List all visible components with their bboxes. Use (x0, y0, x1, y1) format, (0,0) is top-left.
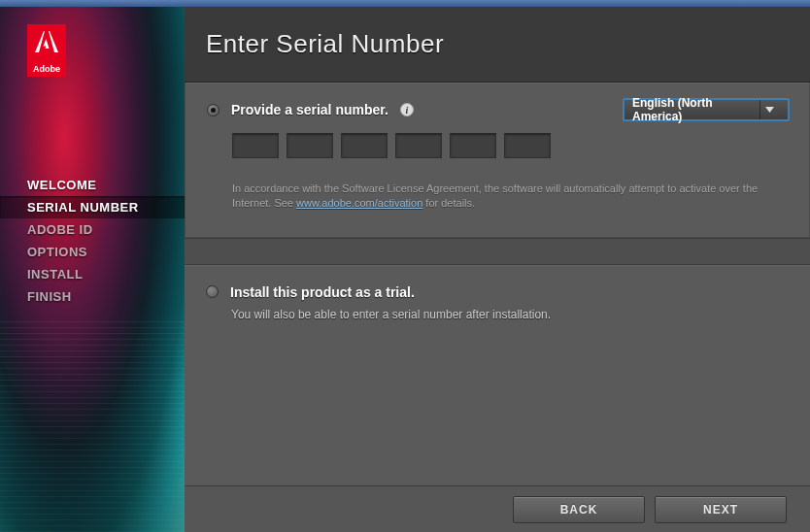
activation-link[interactable]: www.adobe.com/activation (296, 197, 422, 209)
back-button[interactable]: BACK (513, 496, 645, 523)
activation-notice: In accordance with the Software License … (207, 182, 788, 212)
nav-item-options: OPTIONS (0, 241, 185, 263)
nav-item-serial-number[interactable]: SERIAL NUMBER (0, 196, 185, 218)
trial-option-label: Install this product as a trial. (230, 284, 415, 300)
serial-field-5[interactable] (450, 133, 496, 158)
adobe-a-icon (35, 31, 58, 52)
main-panel: Enter Serial Number Provide a serial num… (185, 7, 810, 532)
installer-window: Adobe WELCOME SERIAL NUMBER ADOBE ID OPT… (0, 7, 810, 532)
nav-item-install: INSTALL (0, 263, 185, 285)
sidebar: Adobe WELCOME SERIAL NUMBER ADOBE ID OPT… (0, 7, 185, 532)
section-trial: Install this product as a trial. You wil… (185, 265, 810, 485)
serial-field-2[interactable] (287, 133, 333, 158)
serial-field-3[interactable] (341, 133, 388, 158)
page-title: Enter Serial Number (206, 29, 444, 59)
serial-field-1[interactable] (232, 133, 279, 158)
serial-option-label: Provide a serial number. (231, 102, 388, 117)
notice-text-post: for details. (422, 197, 475, 209)
serial-input-group (232, 133, 788, 158)
section-provide-serial: Provide a serial number. English (North … (185, 83, 810, 238)
section-divider (185, 238, 810, 265)
radio-provide-serial[interactable] (207, 104, 219, 116)
step-nav: WELCOME SERIAL NUMBER ADOBE ID OPTIONS I… (0, 174, 185, 308)
radio-install-trial[interactable] (206, 285, 219, 298)
trial-hint: You will also be able to enter a serial … (206, 300, 789, 321)
adobe-logo: Adobe (27, 24, 66, 77)
adobe-logo-text: Adobe (33, 64, 60, 74)
nav-item-adobe-id: ADOBE ID (0, 218, 185, 241)
trial-option-row: Install this product as a trial. (206, 284, 789, 300)
page-header: Enter Serial Number (185, 7, 810, 83)
serial-field-4[interactable] (395, 133, 442, 158)
chevron-down-icon (759, 100, 780, 119)
info-icon[interactable] (400, 103, 414, 116)
nav-item-welcome[interactable]: WELCOME (0, 174, 185, 196)
next-button[interactable]: NEXT (655, 496, 787, 523)
footer-buttons: BACK NEXT (185, 485, 810, 532)
language-dropdown[interactable]: English (North America) (623, 98, 790, 121)
window-titlebar (0, 0, 810, 7)
serial-field-6[interactable] (504, 133, 551, 158)
nav-item-finish: FINISH (0, 285, 185, 308)
language-selected: English (North America) (632, 96, 759, 123)
